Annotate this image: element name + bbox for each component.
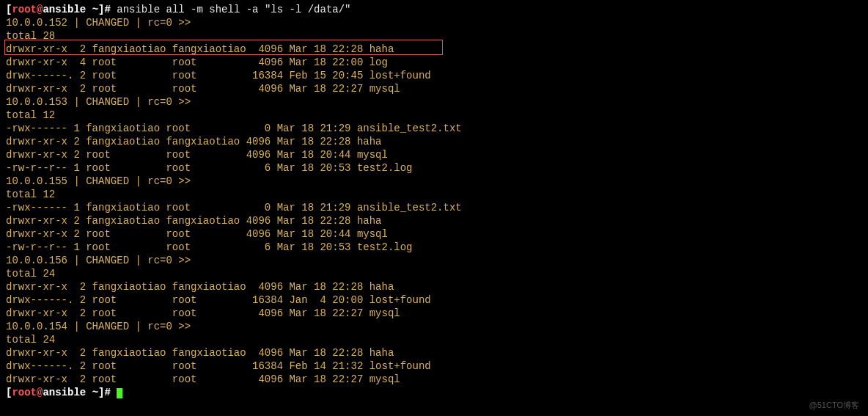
terminal-line: drwx------. 2 root root 16384 Jan 4 20:0… xyxy=(6,293,862,307)
file-row: drwxr-xr-x 2 fangxiaotiao fangxiaotiao 4… xyxy=(6,281,394,293)
terminal-line: drwxr-xr-x 4 root root 4096 Mar 18 22:00… xyxy=(6,56,862,69)
terminal-line: 10.0.0.155 | CHANGED | rc=0 >> xyxy=(6,175,862,188)
terminal-line: total 28 xyxy=(6,29,862,43)
file-row: -rwx------ 1 fangxiaotiao root 0 Mar 18 … xyxy=(6,123,462,134)
terminal-output[interactable]: [root@ansible ~]# ansible all -m shell -… xyxy=(6,3,862,399)
file-row: drwxr-xr-x 4 root root 4096 Mar 18 22:00… xyxy=(6,56,388,68)
file-row: drwxr-xr-x 2 root root 4096 Mar 18 20:44… xyxy=(6,149,388,161)
host-header: 10.0.0.156 | CHANGED | rc=0 >> xyxy=(6,255,191,266)
file-row: drwx------. 2 root root 16384 Feb 15 20:… xyxy=(6,70,431,81)
host-header: 10.0.0.152 | CHANGED | rc=0 >> xyxy=(6,17,191,29)
terminal-line: 10.0.0.152 | CHANGED | rc=0 >> xyxy=(6,16,862,29)
total-line: total 24 xyxy=(6,334,55,346)
terminal-line: total 24 xyxy=(6,267,862,280)
file-row: drwx------. 2 root root 16384 Feb 14 21:… xyxy=(6,360,431,372)
total-line: total 28 xyxy=(6,30,55,42)
prompt-hash: # xyxy=(104,387,117,398)
terminal-line: [root@ansible ~]# ansible all -m shell -… xyxy=(6,3,862,16)
prompt-path: ~ xyxy=(86,4,98,15)
terminal-line: drwxr-xr-x 2 root root 4096 Mar 18 22:27… xyxy=(6,373,862,386)
prompt-path: ~ xyxy=(86,387,98,398)
terminal-line: 10.0.0.154 | CHANGED | rc=0 >> xyxy=(6,320,862,333)
terminal-line: drwxr-xr-x 2 root root 4096 Mar 18 22:27… xyxy=(6,82,862,95)
terminal-line: -rwx------ 1 fangxiaotiao root 0 Mar 18 … xyxy=(6,122,862,135)
terminal-line: drwxr-xr-x 2 root root 4096 Mar 18 20:44… xyxy=(6,148,862,161)
terminal-line: -rw-r--r-- 1 root root 6 Mar 18 20:53 te… xyxy=(6,161,862,175)
cursor[interactable] xyxy=(117,388,122,398)
terminal-line: -rwx------ 1 fangxiaotiao root 0 Mar 18 … xyxy=(6,201,862,214)
file-row: drwxr-xr-x 2 fangxiaotiao fangxiaotiao 4… xyxy=(6,136,381,147)
file-row: drwxr-xr-x 2 root root 4096 Mar 18 22:27… xyxy=(6,307,400,319)
terminal-line: [root@ansible ~]# xyxy=(6,386,862,399)
host-header: 10.0.0.154 | CHANGED | rc=0 >> xyxy=(6,321,191,332)
terminal-line: drwxr-xr-x 2 fangxiaotiao fangxiaotiao 4… xyxy=(6,135,862,148)
file-row: -rw-r--r-- 1 root root 6 Mar 18 20:53 te… xyxy=(6,162,413,174)
total-line: total 12 xyxy=(6,109,55,121)
terminal-line: 10.0.0.156 | CHANGED | rc=0 >> xyxy=(6,254,862,267)
total-line: total 24 xyxy=(6,268,55,280)
file-row: -rw-r--r-- 1 root root 6 Mar 18 20:53 te… xyxy=(6,241,413,253)
file-row: drwxr-xr-x 2 fangxiaotiao fangxiaotiao 4… xyxy=(6,347,394,359)
terminal-line: drwxr-xr-x 2 root root 4096 Mar 18 22:27… xyxy=(6,307,862,320)
file-row: drwxr-xr-x 2 root root 4096 Mar 18 20:44… xyxy=(6,228,388,240)
terminal-line: drwxr-xr-x 2 fangxiaotiao fangxiaotiao 4… xyxy=(6,346,862,360)
terminal-line: 10.0.0.153 | CHANGED | rc=0 >> xyxy=(6,95,862,109)
terminal-line: drwxr-xr-x 2 root root 4096 Mar 18 20:44… xyxy=(6,227,862,241)
file-row: drwxr-xr-x 2 fangxiaotiao fangxiaotiao 4… xyxy=(6,43,394,55)
prompt-host: ansible xyxy=(43,387,86,398)
terminal-line: drwx------. 2 root root 16384 Feb 14 21:… xyxy=(6,360,862,373)
total-line: total 12 xyxy=(6,189,55,200)
prompt-user: root xyxy=(12,4,37,15)
terminal-line: drwxr-xr-x 2 fangxiaotiao fangxiaotiao 4… xyxy=(6,214,862,227)
prompt-host: ansible xyxy=(43,4,86,15)
watermark: @51CTO博客 xyxy=(809,398,859,412)
terminal-line: total 12 xyxy=(6,109,862,122)
prompt-hash: # xyxy=(104,4,117,15)
file-row: drwx------. 2 root root 16384 Jan 4 20:0… xyxy=(6,294,431,306)
terminal-line: drwxr-xr-x 2 fangxiaotiao fangxiaotiao 4… xyxy=(6,280,862,293)
file-row: drwxr-xr-x 2 fangxiaotiao fangxiaotiao 4… xyxy=(6,215,381,227)
file-row: drwxr-xr-x 2 root root 4096 Mar 18 22:27… xyxy=(6,83,400,95)
terminal-line: total 24 xyxy=(6,333,862,346)
command-text: ansible all -m shell -a "ls -l /data/" xyxy=(117,4,350,15)
host-header: 10.0.0.153 | CHANGED | rc=0 >> xyxy=(6,96,191,108)
host-header: 10.0.0.155 | CHANGED | rc=0 >> xyxy=(6,175,191,187)
file-row: -rwx------ 1 fangxiaotiao root 0 Mar 18 … xyxy=(6,202,462,214)
terminal-line: drwxr-xr-x 2 fangxiaotiao fangxiaotiao 4… xyxy=(6,43,862,56)
terminal-line: drwx------. 2 root root 16384 Feb 15 20:… xyxy=(6,69,862,82)
terminal-line: -rw-r--r-- 1 root root 6 Mar 18 20:53 te… xyxy=(6,241,862,254)
prompt-user: root xyxy=(12,387,37,398)
terminal-line: total 12 xyxy=(6,188,862,201)
file-row: drwxr-xr-x 2 root root 4096 Mar 18 22:27… xyxy=(6,373,400,385)
